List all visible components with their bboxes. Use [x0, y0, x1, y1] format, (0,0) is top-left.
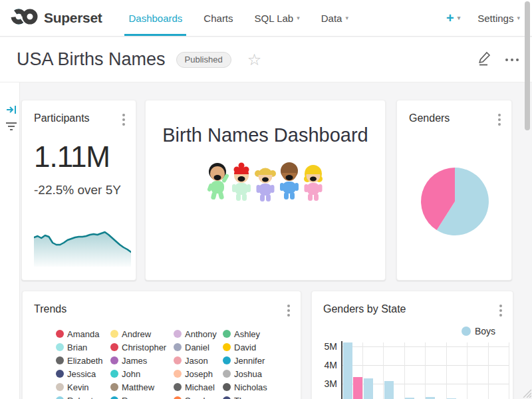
legend-item[interactable]: Anthony: [174, 327, 223, 340]
headline-title: Birth Names Dashboard: [146, 124, 385, 146]
legend-item[interactable]: Matthew: [110, 380, 174, 394]
legend-item[interactable]: James: [110, 354, 174, 367]
legend-dot-icon: [110, 343, 118, 351]
nav-item-charts[interactable]: Charts: [193, 0, 243, 36]
legend-label: John: [122, 369, 140, 379]
dot-icon: [511, 59, 513, 61]
legend-item[interactable]: Brian: [56, 340, 110, 354]
new-item-button[interactable]: + ▾: [446, 11, 460, 26]
nav-label: Dashboards: [128, 13, 182, 24]
legend-dot-icon: [223, 370, 231, 378]
kebab-menu-icon[interactable]: [497, 112, 502, 127]
bar-girls[interactable]: [353, 377, 362, 399]
chevron-down-icon: ▾: [297, 15, 300, 21]
settings-menu[interactable]: Settings ▾: [477, 13, 520, 24]
legend-item[interactable]: Thomas: [223, 394, 276, 399]
nav-item-data[interactable]: Data ▾: [311, 0, 359, 36]
legend-dot-icon: [110, 356, 118, 364]
legend-item[interactable]: Robert: [56, 394, 110, 399]
legend-dot-icon: [174, 356, 182, 364]
legend-label: Ashley: [234, 329, 260, 339]
page-title: USA Births Names: [17, 49, 166, 70]
legend-item[interactable]: Jason: [174, 354, 223, 367]
edit-pencil-icon[interactable]: [477, 51, 492, 68]
legend-item[interactable]: David: [223, 340, 276, 354]
legend-dot-icon: [56, 396, 64, 399]
legend-item[interactable]: Ryan: [110, 394, 174, 399]
legend-item[interactable]: Andrew: [110, 327, 174, 340]
kebab-menu-icon[interactable]: [498, 303, 503, 318]
legend-label: Andrew: [122, 329, 151, 339]
babies-illustration: [146, 162, 385, 205]
legend-label: Robert: [67, 396, 93, 399]
legend-item[interactable]: Michael: [174, 380, 223, 394]
published-badge[interactable]: Published: [176, 52, 231, 68]
legend-dot-icon: [462, 327, 471, 336]
legend-label: Joshua: [234, 369, 262, 379]
legend-dot-icon: [223, 330, 231, 338]
legend-item[interactable]: John: [110, 367, 174, 380]
genders-card: Genders: [396, 100, 512, 281]
bar-boys[interactable]: [384, 381, 394, 399]
legend-item[interactable]: Jessica: [56, 367, 110, 380]
legend-label: Thomas: [234, 396, 265, 399]
headline-card: Birth Names Dashboard: [145, 100, 386, 281]
legend-item[interactable]: Joseph: [174, 367, 223, 380]
legend-label: Jessica: [67, 369, 96, 379]
legend-item[interactable]: Kevin: [56, 380, 110, 394]
legend-item[interactable]: Joshua: [223, 367, 276, 380]
bar-boys[interactable]: [343, 342, 352, 399]
superset-logo[interactable]: Superset: [11, 7, 102, 29]
legend-item[interactable]: Christopher: [110, 340, 174, 354]
chart-title: Participants: [34, 112, 90, 124]
nav-item-sql-lab[interactable]: SQL Lab ▾: [244, 0, 311, 36]
legend-item[interactable]: Nicholas: [223, 380, 276, 394]
legend-item[interactable]: Daniel: [174, 340, 223, 354]
superset-dashboard-page: Superset Dashboards Charts SQL Lab ▾ Dat…: [0, 0, 532, 399]
dot-icon: [505, 59, 508, 61]
kebab-menu-icon[interactable]: [286, 303, 291, 318]
brand-name: Superset: [44, 10, 102, 26]
legend-label: Boys: [475, 326, 495, 336]
legend-label: Jason: [185, 356, 208, 366]
header-actions: [477, 51, 519, 68]
superset-infinity-icon: [11, 7, 39, 29]
legend-item[interactable]: Elizabeth: [56, 354, 110, 367]
favorite-star-icon[interactable]: ☆: [247, 52, 262, 68]
big-number-subheader: -22.5% over 5Y: [34, 183, 121, 198]
filter-list-icon[interactable]: [5, 121, 17, 134]
gridline: [446, 342, 447, 399]
legend-item[interactable]: Jennifer: [223, 354, 276, 367]
legend-item-boys[interactable]: Boys: [462, 326, 495, 336]
legend-label: Matthew: [122, 382, 154, 392]
legend-label: Nicholas: [234, 382, 267, 392]
more-menu-button[interactable]: [505, 56, 519, 64]
genders-by-state-card: Genders by State Boys 5M 4M 3M: [311, 291, 513, 399]
legend-label: Daniel: [185, 342, 209, 352]
legend-item[interactable]: Sarah: [174, 394, 223, 399]
legend-label: James: [122, 356, 147, 366]
nav-item-dashboards[interactable]: Dashboards: [118, 0, 193, 36]
nav-label: SQL Lab: [255, 13, 294, 24]
legend-dot-icon: [56, 356, 64, 364]
legend-label: Brian: [67, 342, 87, 352]
bar-boys[interactable]: [426, 397, 435, 399]
legend-item[interactable]: Ashley: [223, 327, 276, 340]
expand-filter-bar-icon[interactable]: [6, 104, 18, 118]
gridline: [467, 342, 467, 399]
navbar-right: + ▾ Settings ▾: [446, 11, 520, 26]
trends-legend: AmandaAndrewAnthonyAshleyBrianChristophe…: [56, 327, 276, 399]
chevron-down-icon: ▾: [345, 15, 348, 21]
genders-pie-chart: [420, 167, 489, 236]
bar-boys[interactable]: [364, 378, 373, 399]
resize-handle-icon[interactable]: [522, 388, 531, 398]
participants-sparkline[interactable]: [34, 225, 131, 267]
vertical-scrollbar[interactable]: [525, 1, 530, 130]
legend-item[interactable]: Amanda: [56, 327, 110, 340]
dot-icon: [516, 59, 519, 61]
big-number-value: 1.11M: [34, 140, 110, 174]
legend-label: Kevin: [67, 382, 89, 392]
legend-label: Amanda: [67, 329, 99, 339]
legend-dot-icon: [223, 343, 231, 351]
kebab-menu-icon[interactable]: [121, 112, 126, 127]
